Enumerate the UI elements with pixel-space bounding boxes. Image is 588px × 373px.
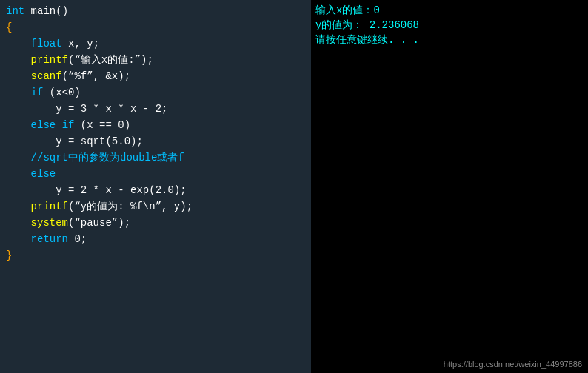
code-line-line13: printf(“y的値为: %f\n”, y); — [6, 198, 305, 215]
output-line-2: 请按任意键继续. . . — [315, 33, 584, 47]
code-line-line14: system(“pause”); — [6, 215, 305, 231]
code-line-line9: y = sqrt(5.0); — [6, 133, 305, 149]
code-editor: int main(){ float x, y; printf(“输入x的値:”)… — [0, 0, 311, 373]
output-terminal: 输入x的値：0y的値为： 2.236068请按任意键继续. . . https:… — [311, 0, 588, 373]
code-line-line5: scanf(“%f”, &x); — [6, 68, 305, 84]
code-line-line7: y = 3 * x * x - 2; — [6, 101, 305, 117]
code-line-line11: else — [6, 166, 305, 182]
code-line-line12: y = 2 * x - exp(2.0); — [6, 182, 305, 198]
code-line-line15: return 0; — [6, 231, 305, 247]
output-line-0: 输入x的値：0 — [315, 3, 584, 18]
code-line-line8: else if (x == 0) — [6, 117, 305, 133]
output-content: 输入x的値：0y的値为： 2.236068请按任意键继续. . . — [315, 3, 584, 47]
code-line-line2: { — [6, 19, 305, 36]
code-line-line3: float x, y; — [6, 36, 305, 52]
code-line-line10: //sqrt中的参数为double或者f — [6, 149, 305, 166]
watermark-label: https://blog.csdn.net/weixin_44997886 — [444, 360, 582, 369]
code-line-line1: int main() — [6, 3, 305, 19]
code-line-line16: } — [6, 247, 305, 263]
code-line-line6: if (x<0) — [6, 84, 305, 101]
code-line-line4: printf(“输入x的値:”); — [6, 52, 305, 68]
output-line-1: y的値为： 2.236068 — [315, 18, 584, 33]
